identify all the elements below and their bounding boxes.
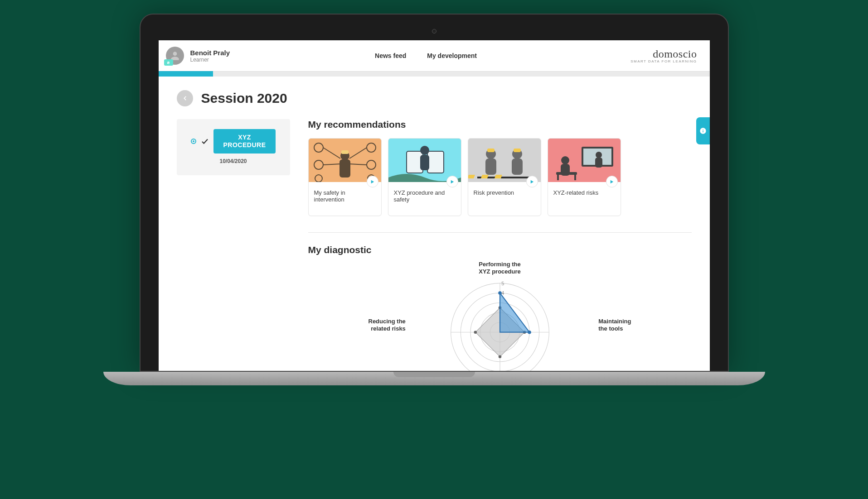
nav-my-development[interactable]: My development — [427, 52, 477, 59]
recommendation-cards: My safety in intervention — [308, 138, 692, 216]
info-icon — [699, 127, 707, 134]
diagnostic-radar: Performing theXYZ procedure Maintainingt… — [373, 264, 627, 371]
svg-line-8 — [323, 164, 340, 165]
svg-rect-33 — [556, 172, 577, 175]
main-column: My recommendations — [308, 119, 692, 371]
rec-thumb-safety-icons — [309, 139, 381, 182]
svg-point-15 — [420, 146, 429, 155]
rec-thumb-procedure — [388, 139, 461, 182]
illustration-safety-icon — [309, 139, 381, 182]
page-title: Session 2020 — [201, 91, 287, 106]
svg-point-29 — [596, 152, 602, 158]
svg-rect-25 — [480, 175, 488, 178]
brand-logo: domoscio — [653, 48, 697, 60]
avatar: ⎚ — [166, 47, 184, 65]
laptop-bezel: ⎚ Benoit Praly Learner News feed My deve… — [140, 14, 729, 372]
play-icon — [446, 176, 458, 187]
rec-thumb-risk — [468, 139, 541, 182]
radar-chart-icon: 5 4 — [373, 264, 627, 371]
svg-point-2 — [314, 160, 323, 169]
step-pill-line1: XYZ — [223, 134, 266, 141]
avatar-badge-icon: ⎚ — [164, 59, 173, 66]
svg-rect-19 — [487, 149, 495, 152]
svg-text:5: 5 — [501, 281, 504, 286]
svg-line-9 — [349, 164, 367, 165]
svg-point-4 — [315, 175, 322, 182]
top-nav: News feed My development — [375, 52, 477, 59]
svg-point-31 — [561, 156, 569, 164]
step-pill-xyz-procedure[interactable]: XYZ PROCEDURE — [213, 129, 276, 154]
svg-rect-34 — [557, 175, 559, 180]
brand-tagline: SMART DATA FOR LEARNING — [630, 59, 697, 63]
svg-rect-16 — [420, 155, 429, 170]
rec-card[interactable]: My safety in intervention — [308, 138, 382, 216]
brand-block: domoscio SMART DATA FOR LEARNING — [630, 48, 709, 63]
play-icon — [606, 176, 618, 187]
play-icon — [367, 176, 378, 187]
svg-point-0 — [314, 143, 323, 152]
info-side-tab[interactable] — [696, 117, 710, 144]
svg-rect-35 — [574, 175, 576, 180]
svg-rect-26 — [494, 175, 502, 178]
svg-rect-22 — [514, 149, 521, 152]
camera-dot — [432, 29, 436, 34]
laptop-frame: ⎚ Benoit Praly Learner News feed My deve… — [140, 14, 729, 385]
svg-rect-12 — [341, 150, 349, 154]
step-bullet-active-icon — [191, 139, 196, 144]
recommendations-heading: My recommendations — [308, 119, 692, 130]
title-row: Session 2020 — [177, 90, 692, 106]
rec-thumb-classroom — [548, 139, 621, 182]
svg-rect-14 — [427, 151, 444, 173]
back-button[interactable] — [177, 90, 193, 106]
checkmark-icon — [201, 137, 209, 145]
svg-point-52 — [528, 331, 531, 334]
top-header: ⎚ Benoit Praly Learner News feed My deve… — [159, 40, 710, 71]
play-icon — [526, 176, 538, 187]
app-screen: ⎚ Benoit Praly Learner News feed My deve… — [159, 40, 710, 371]
svg-point-48 — [498, 355, 501, 359]
page-body: Session 2020 XYZ — [159, 77, 710, 371]
user-role: Learner — [190, 57, 230, 63]
section-divider — [308, 232, 692, 233]
svg-rect-24 — [468, 175, 475, 178]
laptop-base — [103, 372, 765, 385]
svg-line-6 — [323, 148, 340, 158]
svg-point-3 — [367, 160, 376, 169]
rec-card[interactable]: XYZ-related risks — [548, 138, 621, 216]
svg-point-51 — [498, 291, 502, 295]
radar-axis-left: Reducing therelated risks — [369, 318, 406, 333]
svg-rect-10 — [339, 159, 350, 178]
session-step-card: XYZ PROCEDURE 10/04/2020 — [177, 119, 290, 175]
diagnostic-heading: My diagnostic — [308, 245, 692, 255]
chevron-left-icon — [182, 95, 188, 101]
svg-point-1 — [367, 143, 376, 152]
rec-card[interactable]: Risk prevention — [468, 138, 541, 216]
user-block[interactable]: ⎚ Benoit Praly Learner — [159, 40, 248, 71]
step-pill-line2: PROCEDURE — [223, 141, 266, 149]
illustration-training-icon — [548, 139, 621, 182]
svg-line-7 — [349, 148, 367, 158]
rec-card[interactable]: XYZ procedure and safety — [388, 138, 461, 216]
step-date: 10/04/2020 — [219, 158, 247, 164]
nav-news-feed[interactable]: News feed — [375, 52, 406, 59]
svg-rect-21 — [512, 158, 523, 175]
svg-marker-50 — [500, 293, 529, 332]
user-name: Benoit Praly — [190, 49, 230, 57]
svg-rect-18 — [485, 158, 496, 175]
radar-axis-top: Performing theXYZ procedure — [479, 261, 520, 276]
header-accent-strip — [159, 71, 213, 77]
svg-point-49 — [474, 331, 477, 334]
illustration-engineer-icon — [388, 139, 461, 182]
illustration-workers-icon — [468, 139, 541, 182]
radar-axis-right: Maintainingthe tools — [598, 318, 631, 333]
svg-rect-30 — [595, 158, 602, 168]
